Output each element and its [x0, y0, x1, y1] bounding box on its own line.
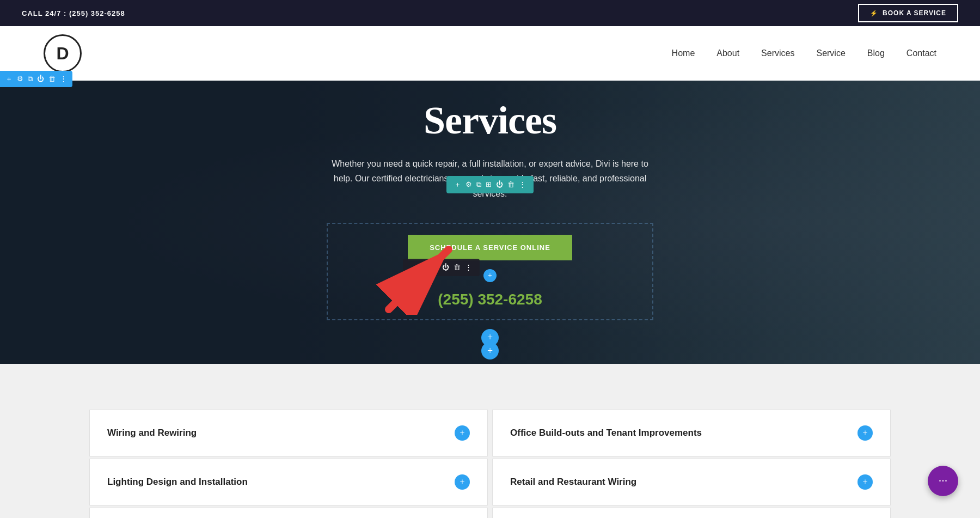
divi-row-settings[interactable]: ⚙ [422, 263, 428, 272]
services-right-col: Office Build-outs and Tenant Improvement… [490, 407, 893, 518]
service-name-office: Office Build-outs and Tenant Improvement… [510, 428, 702, 438]
nav-services[interactable]: Services [761, 48, 794, 58]
divi-section-more[interactable]: ⋮ [519, 180, 526, 189]
nav-home[interactable]: Home [672, 48, 695, 58]
service-name-wiring: Wiring and Rewiring [107, 428, 197, 438]
service-item-wiring[interactable]: Wiring and Rewiring + [89, 410, 488, 456]
hero-button-row: SCHEDULE A SERVICE ONLINE + (255) 352-62… [327, 223, 653, 320]
service-item-retail[interactable]: Retail and Restaurant Wiring + [492, 459, 891, 505]
services-section: Wiring and Rewiring + Lighting Design an… [0, 364, 980, 518]
service-item-panel[interactable]: Electrical Panel Upgrades + [89, 508, 488, 518]
service-item-lighting[interactable]: Lighting Design and Installation + [89, 459, 488, 505]
services-grid: Wiring and Rewiring + Lighting Design an… [87, 407, 893, 518]
navigation: Home About Services Service Blog Contact [672, 48, 936, 58]
service-item-office[interactable]: Office Build-outs and Tenant Improvement… [492, 410, 891, 456]
divi-section-toolbar: ＋ ⚙ ⧉ ⊞ ⏻ 🗑 ⋮ [446, 176, 534, 193]
fab-button[interactable]: ··· [928, 466, 958, 496]
divi-add-icon[interactable]: ＋ [5, 74, 13, 84]
nav-service[interactable]: Service [816, 48, 845, 58]
hero-section: ＋ ⚙ ⧉ ⊞ ⏻ 🗑 ⋮ ＋ ⚙ ⧉ ⏻ 🗑 ⋮ Services Wheth… [0, 81, 980, 364]
hero-content: Services Whether you need a quick repair… [305, 98, 675, 346]
phone-link[interactable]: (255) 352-6258 [438, 291, 542, 308]
book-service-button[interactable]: BOOK A SERVICE [858, 4, 958, 22]
service-expand-icon-retail[interactable]: + [857, 474, 873, 490]
divi-toggle-icon[interactable]: ⏻ [37, 75, 44, 83]
divi-row-duplicate[interactable]: ⧉ [433, 263, 438, 272]
service-item-industrial[interactable]: Industrial Electrical Services + [492, 508, 891, 518]
nav-contact[interactable]: Contact [906, 48, 936, 58]
services-left-col: Wiring and Rewiring + Lighting Design an… [87, 407, 490, 518]
divi-section-toggle[interactable]: ⏻ [496, 180, 503, 189]
divi-duplicate-icon[interactable]: ⧉ [28, 75, 33, 83]
divi-more-icon[interactable]: ⋮ [60, 75, 67, 83]
divi-section-columns[interactable]: ⊞ [486, 180, 492, 189]
service-name-retail: Retail and Restaurant Wiring [510, 477, 636, 487]
add-section-bottom-icon[interactable]: + [481, 342, 499, 359]
nav-blog[interactable]: Blog [867, 48, 885, 58]
add-between-icon[interactable]: + [483, 269, 497, 282]
divi-row-toggle[interactable]: ⏻ [442, 263, 449, 272]
fab-icon: ··· [939, 474, 948, 488]
hero-title: Services [327, 98, 653, 143]
divi-row-toolbar-left: ＋ ⚙ ⧉ ⏻ 🗑 ⋮ [0, 71, 72, 87]
call-text: CALL 24/7 : (255) 352-6258 [22, 9, 125, 17]
divi-section-settings[interactable]: ⚙ [465, 180, 472, 189]
divi-delete-icon[interactable]: 🗑 [48, 75, 56, 83]
service-expand-icon-wiring[interactable]: + [455, 425, 470, 441]
divi-row-add[interactable]: ＋ [411, 263, 418, 272]
top-bar: CALL 24/7 : (255) 352-6258 BOOK A SERVIC… [0, 0, 980, 26]
divi-row-delete[interactable]: 🗑 [454, 263, 461, 272]
divi-section-duplicate[interactable]: ⧉ [476, 180, 481, 189]
divi-settings-icon[interactable]: ⚙ [17, 75, 23, 83]
service-expand-icon-lighting[interactable]: + [455, 474, 470, 490]
service-name-lighting: Lighting Design and Installation [107, 477, 248, 487]
divi-section-delete[interactable]: 🗑 [507, 180, 514, 189]
nav-about[interactable]: About [716, 48, 739, 58]
header: D Home About Services Service Blog Conta… [0, 26, 980, 81]
schedule-button[interactable]: SCHEDULE A SERVICE ONLINE [408, 235, 572, 260]
divi-row-toolbar-hero: ＋ ⚙ ⧉ ⏻ 🗑 ⋮ [403, 259, 480, 276]
divi-section-add[interactable]: ＋ [454, 180, 461, 190]
divi-row-more[interactable]: ⋮ [465, 263, 472, 272]
logo: D [44, 34, 82, 72]
service-expand-icon-office[interactable]: + [857, 425, 873, 441]
